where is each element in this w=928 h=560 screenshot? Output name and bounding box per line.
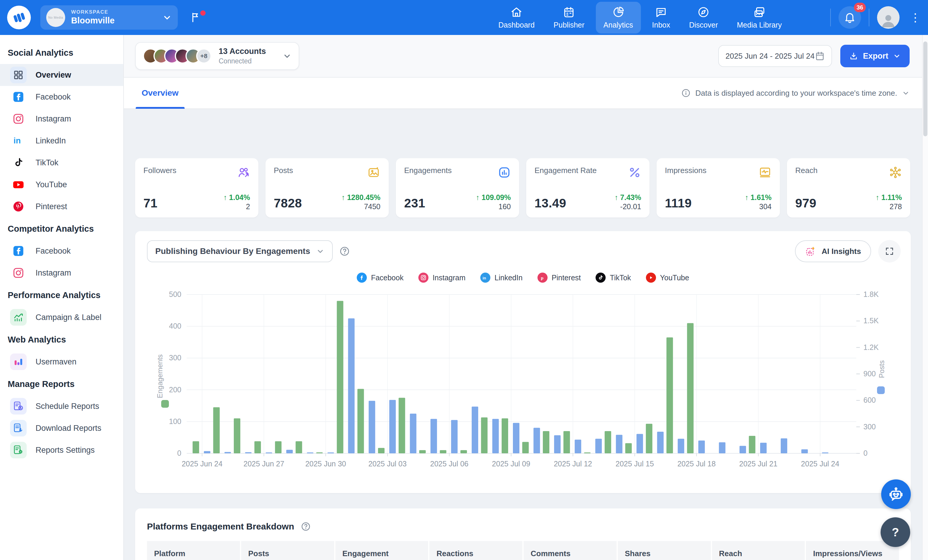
user-avatar[interactable]: [877, 6, 899, 29]
fullscreen-button[interactable]: [878, 240, 901, 262]
posts-bar[interactable]: [307, 452, 313, 453]
sidebar-item-instagram[interactable]: Instagram: [0, 262, 123, 284]
legend-item-pinterest[interactable]: p Pinterest: [537, 273, 581, 283]
legend-item-youtube[interactable]: YouTube: [646, 273, 689, 283]
sidebar-item-download-reports[interactable]: Download Reports: [0, 417, 123, 439]
posts-bar[interactable]: [760, 443, 766, 453]
column-header-reach[interactable]: Reach: [712, 541, 805, 560]
posts-bar[interactable]: [327, 452, 334, 453]
column-header-platform[interactable]: Platform: [147, 541, 240, 560]
sidebar-item-tiktok[interactable]: TikTok: [0, 152, 123, 174]
legend-item-tiktok[interactable]: TikTok: [595, 273, 631, 283]
column-header-posts[interactable]: Posts: [241, 541, 334, 560]
engagements-bar[interactable]: [378, 448, 385, 453]
engagements-bar[interactable]: [461, 450, 467, 453]
posts-bar[interactable]: [451, 420, 458, 453]
question-icon[interactable]: [339, 246, 350, 256]
sidebar-item-facebook[interactable]: Facebook: [0, 86, 123, 108]
nav-item-inbox[interactable]: Inbox: [644, 2, 678, 34]
posts-bar[interactable]: [472, 406, 478, 453]
column-header-engagement[interactable]: Engagement: [336, 541, 429, 560]
posts-bar[interactable]: [801, 450, 808, 453]
posts-bar[interactable]: [513, 423, 519, 453]
posts-bar[interactable]: [636, 434, 643, 453]
posts-bar[interactable]: [822, 452, 829, 453]
posts-bar[interactable]: [740, 446, 746, 453]
sidebar-item-instagram[interactable]: Instagram: [0, 108, 123, 130]
engagements-bar[interactable]: [584, 452, 591, 453]
engagements-bar[interactable]: [563, 431, 570, 453]
legend-item-linkedin[interactable]: in LinkedIn: [480, 273, 523, 283]
sidebar-item-overview[interactable]: Overview: [0, 64, 123, 86]
engagements-bar[interactable]: [666, 337, 673, 453]
engagements-bar[interactable]: [502, 418, 508, 453]
sidebar-item-pinterest[interactable]: Pinterest: [0, 195, 123, 217]
sidebar-item-linkedin[interactable]: in LinkedIn: [0, 130, 123, 152]
engagements-bar[interactable]: [625, 443, 632, 453]
posts-bar[interactable]: [430, 419, 437, 453]
posts-bar[interactable]: [410, 414, 416, 453]
sidebar-item-schedule-reports[interactable]: Schedule Reports: [0, 395, 123, 417]
column-header-comments[interactable]: Comments: [524, 541, 617, 560]
nav-item-media-library[interactable]: Media Library: [729, 2, 789, 34]
question-icon[interactable]: [301, 522, 311, 531]
nav-item-dashboard[interactable]: Dashboard: [491, 2, 542, 34]
accounts-selector[interactable]: +8 13 Accounts Connected: [135, 42, 299, 70]
posts-bar[interactable]: [369, 401, 375, 453]
posts-bar[interactable]: [534, 428, 540, 453]
engagements-bar[interactable]: [419, 450, 426, 453]
engagements-bar[interactable]: [687, 323, 694, 453]
posts-bar[interactable]: [389, 400, 396, 453]
posts-bar[interactable]: [286, 450, 293, 453]
sidebar-item-reports-settings[interactable]: Reports Settings: [0, 439, 123, 461]
tab-overview[interactable]: Overview: [141, 77, 179, 109]
chart-metric-select[interactable]: Publishing Behaviour By Engagements: [147, 240, 333, 262]
posts-bar[interactable]: [698, 441, 705, 453]
engagements-bar[interactable]: [357, 389, 364, 453]
posts-bar[interactable]: [678, 439, 684, 453]
nav-item-discover[interactable]: Discover: [681, 2, 726, 34]
posts-bar[interactable]: [781, 438, 787, 453]
chatbot-button[interactable]: [881, 479, 911, 509]
engagements-bar[interactable]: [213, 407, 220, 453]
engagements-bar[interactable]: [316, 452, 323, 453]
posts-bar[interactable]: [224, 452, 231, 453]
whats-new-flag-icon[interactable]: [189, 12, 201, 23]
engagements-bar[interactable]: [398, 398, 405, 453]
engagements-bar[interactable]: [543, 431, 549, 453]
more-menu-icon[interactable]: ⋮: [907, 11, 923, 24]
legend-item-facebook[interactable]: Facebook: [357, 273, 404, 283]
legend-item-instagram[interactable]: Instagram: [418, 273, 466, 283]
posts-bar[interactable]: [492, 419, 499, 453]
posts-bar[interactable]: [266, 452, 272, 453]
help-button[interactable]: ?: [881, 517, 910, 547]
engagements-bar[interactable]: [255, 441, 261, 453]
column-header-shares[interactable]: Shares: [618, 541, 711, 560]
workspace-selector[interactable]: No Media WORKSPACE Bloomville: [40, 5, 178, 30]
engagements-bar[interactable]: [481, 418, 487, 453]
engagements-bar[interactable]: [522, 442, 529, 453]
timezone-notice[interactable]: Data is displayed according to your work…: [681, 88, 910, 98]
sidebar-item-youtube[interactable]: YouTube: [0, 174, 123, 195]
export-button[interactable]: Export: [840, 45, 910, 67]
engagements-bar[interactable]: [275, 441, 281, 453]
posts-bar[interactable]: [595, 439, 602, 453]
posts-bar[interactable]: [616, 435, 623, 453]
posts-bar[interactable]: [554, 435, 560, 453]
nav-item-analytics[interactable]: Analytics: [596, 2, 641, 34]
posts-bar[interactable]: [719, 443, 725, 453]
engagements-bar[interactable]: [337, 301, 343, 453]
sidebar-item-facebook[interactable]: Facebook: [0, 240, 123, 262]
date-range-picker[interactable]: 2025 Jun 24 - 2025 Jul 24: [718, 45, 832, 67]
ai-insights-button[interactable]: AI Insights: [795, 240, 871, 262]
posts-bar[interactable]: [348, 318, 355, 453]
engagements-bar[interactable]: [646, 424, 652, 453]
engagements-bar[interactable]: [296, 441, 302, 453]
scrollbar[interactable]: [922, 35, 928, 560]
posts-bar[interactable]: [575, 440, 582, 453]
column-header-reactions[interactable]: Reactions: [429, 541, 522, 560]
posts-bar[interactable]: [657, 432, 664, 453]
engagements-bar[interactable]: [192, 441, 199, 453]
engagements-bar[interactable]: [234, 418, 240, 453]
sidebar-item-usermaven[interactable]: Usermaven: [0, 351, 123, 373]
